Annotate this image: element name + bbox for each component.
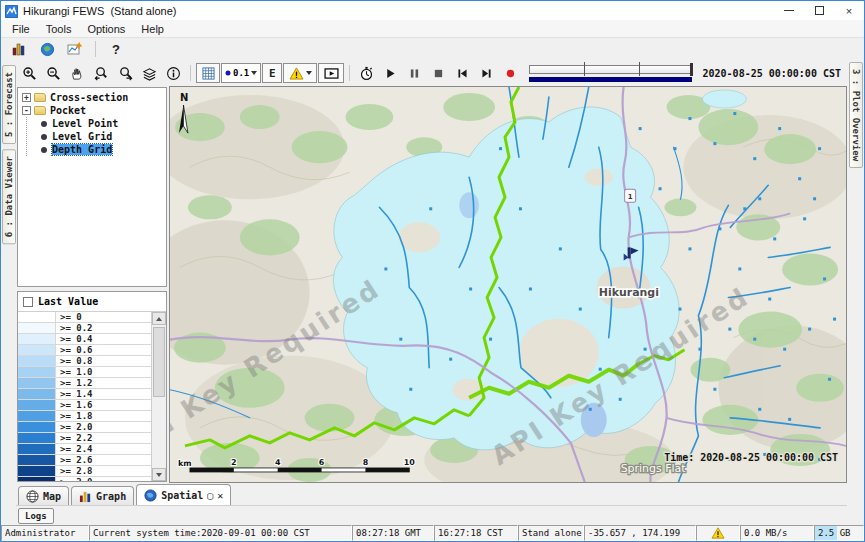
zoom-next-button[interactable] [114, 62, 137, 84]
legend-scrollbar[interactable] [152, 312, 166, 481]
status-warning[interactable] [696, 525, 740, 541]
legend-swatch [18, 444, 56, 454]
legend-swatch [18, 400, 56, 410]
layers-button[interactable] [138, 62, 161, 84]
legend-swatch [18, 334, 56, 344]
minimize-button[interactable] [774, 1, 804, 20]
globe-button[interactable] [35, 39, 59, 59]
tab-forecast[interactable]: 5 : Forecast [2, 65, 16, 144]
legend-swatch [18, 466, 56, 476]
close-button[interactable]: × [834, 1, 864, 20]
menu-options[interactable]: Options [80, 21, 132, 37]
menu-tools[interactable]: Tools [39, 21, 79, 37]
legend-row: >= 1.6 [18, 400, 151, 411]
maximize-icon [815, 6, 824, 15]
legend-row: >= 0.6 [18, 345, 151, 356]
collapse-icon[interactable]: - [22, 106, 31, 115]
tree-item-pocket[interactable]: - Pocket [22, 104, 166, 117]
map-view[interactable]: 1 API Key Required API Key Required Hiku… [169, 86, 847, 483]
zoom-in-button[interactable] [18, 62, 41, 84]
app-window: Hikurangi FEWS (Stand alone) × File Tool… [0, 0, 865, 542]
warning-dropdown-button[interactable] [283, 63, 317, 83]
tree-item-label[interactable]: Cross-section [50, 92, 128, 103]
tab-map[interactable]: Map [18, 486, 69, 505]
play-button[interactable] [379, 62, 402, 84]
tree-item-level-grid[interactable]: Level Grid [27, 130, 166, 143]
map-display-button[interactable] [63, 39, 87, 59]
tab-label: Map [43, 491, 61, 502]
stop-button[interactable] [427, 62, 450, 84]
pause-button[interactable] [403, 62, 426, 84]
chart-arrow-icon [67, 41, 83, 57]
map-canvas[interactable]: 1 API Key Required API Key Required Hiku… [170, 87, 846, 482]
time-slider-thumb[interactable] [690, 63, 693, 76]
tree-item-label[interactable]: Level Point [52, 118, 118, 129]
legend-list: >= 0 >= 0.2 >= 0.4 >= 0.6 >= 0.8 >= 1.0 … [18, 312, 166, 481]
zoom-in-icon [22, 66, 37, 81]
scroll-up-button[interactable] [152, 312, 166, 325]
help-button[interactable]: ? [104, 39, 128, 59]
tab-data-viewer[interactable]: 6 : Data Viewer [2, 149, 16, 244]
tree-item-label[interactable]: Pocket [50, 105, 86, 116]
animate-button[interactable] [318, 63, 344, 83]
expand-icon[interactable]: + [22, 93, 31, 102]
run-timer-button[interactable] [355, 62, 378, 84]
status-transfer-rate: 0.0 MB/s [740, 525, 814, 541]
status-bar: Administrator Current system time:2020-0… [1, 525, 864, 541]
info-button[interactable] [162, 62, 185, 84]
tree-item-level-point[interactable]: Level Point [27, 117, 166, 130]
tree-item-depth-grid[interactable]: Depth Grid [27, 143, 166, 156]
legend-swatch [18, 323, 56, 333]
spatial-panel: + Cross-section - Pocket Lev [16, 86, 847, 483]
tab-graph[interactable]: Graph [71, 486, 134, 505]
skip-end-button[interactable] [475, 62, 498, 84]
road-shield: 1 [625, 189, 636, 202]
map-time-label: Time: 2020-08-25 00:00:00 CST [664, 452, 838, 463]
pan-button[interactable] [66, 62, 89, 84]
legend-swatch [18, 345, 56, 355]
grid-toggle-button[interactable] [196, 63, 220, 83]
tab-plot-overview[interactable]: 3 : Plot Overview [849, 62, 863, 168]
legend-row: >= 2.4 [18, 444, 151, 455]
zoom-out-button[interactable] [42, 62, 65, 84]
legend-label: >= 0.6 [56, 345, 93, 355]
time-slider-tick [584, 62, 585, 76]
layers-icon [142, 66, 157, 81]
legend-label: >= 1.8 [56, 411, 93, 421]
tree-item-cross-section[interactable]: + Cross-section [22, 91, 166, 104]
tree-item-label-selected[interactable]: Depth Grid [52, 144, 112, 155]
scrollbar-thumb[interactable] [153, 327, 165, 397]
status-coordinates: -35.657 , 174.199 [584, 525, 696, 541]
legend-row: >= 1.0 [18, 367, 151, 378]
record-button[interactable] [499, 62, 522, 84]
scroll-down-button[interactable] [152, 468, 166, 481]
status-system-time: Current system time:2020-09-01 00:00 CST [89, 525, 352, 541]
grid-value-dropdown[interactable]: 0.1 [221, 63, 261, 83]
tree-item-label[interactable]: Level Grid [52, 131, 112, 142]
chevron-down-icon [306, 71, 312, 75]
label-tool-button[interactable]: E [262, 63, 282, 83]
menu-file[interactable]: File [5, 21, 37, 37]
legend-label: >= 3.0 [56, 477, 93, 481]
last-value-checkbox[interactable] [23, 297, 33, 307]
globe-icon [144, 489, 157, 502]
tab-spatial[interactable]: Spatial ▢ ✕ [136, 484, 231, 505]
svg-text:8: 8 [363, 458, 369, 467]
skip-start-button[interactable] [451, 62, 474, 84]
folder-icon [34, 93, 46, 102]
legend-row: >= 0 [18, 312, 151, 323]
stop-icon [432, 67, 445, 80]
zoom-previous-button[interactable] [90, 62, 113, 84]
legend-row: >= 2.0 [18, 422, 151, 433]
legend-label: >= 1.2 [56, 378, 93, 388]
time-slider[interactable] [529, 62, 695, 84]
logs-button[interactable]: Logs [18, 508, 54, 524]
undock-icon[interactable]: ▢ [207, 490, 213, 501]
maximize-button[interactable] [804, 1, 834, 20]
wire-globe-icon [26, 490, 39, 503]
database-bars-button[interactable] [7, 39, 31, 59]
toolbar-separator [95, 41, 96, 57]
logs-row: Logs [16, 505, 847, 525]
close-icon[interactable]: ✕ [217, 490, 223, 501]
menu-help[interactable]: Help [134, 21, 171, 37]
